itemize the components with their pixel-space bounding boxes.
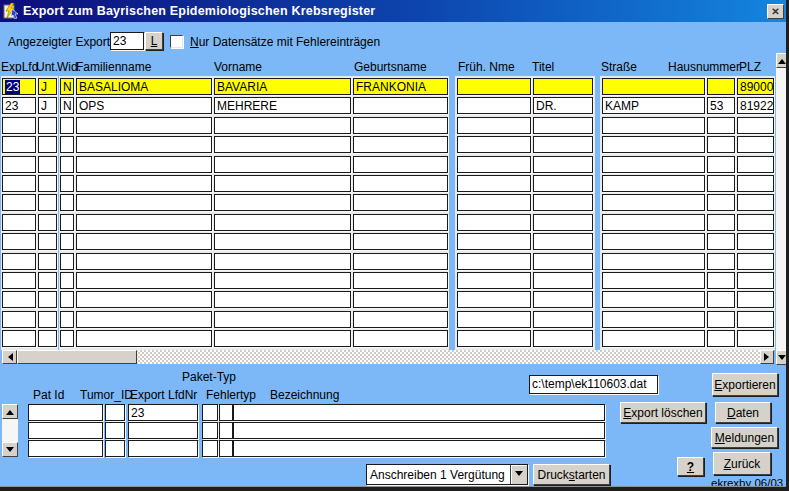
grid-cell[interactable] bbox=[2, 194, 36, 211]
grid-cell[interactable] bbox=[214, 117, 351, 134]
grid-cell[interactable] bbox=[737, 117, 774, 134]
grid-cell[interactable] bbox=[2, 233, 36, 250]
dropdown-button[interactable] bbox=[510, 465, 527, 484]
only-errors-checkbox[interactable] bbox=[170, 35, 183, 48]
grid-hscroll-thumb[interactable] bbox=[17, 350, 137, 364]
close-button[interactable]: ✕ bbox=[767, 4, 784, 19]
grid-cell[interactable]: BAVARIA bbox=[214, 78, 351, 95]
detail-scroll-down-button[interactable] bbox=[2, 442, 18, 457]
grid-scroll-left-button[interactable] bbox=[2, 350, 17, 364]
grid-cell[interactable] bbox=[60, 156, 74, 173]
grid-cell[interactable] bbox=[737, 291, 774, 308]
grid-cell[interactable] bbox=[60, 272, 74, 289]
grid-cell[interactable] bbox=[2, 330, 36, 347]
grid-cell[interactable] bbox=[353, 175, 448, 192]
grid-cell[interactable]: DR. bbox=[533, 97, 593, 114]
grid-cell[interactable] bbox=[602, 272, 705, 289]
grid-cell[interactable] bbox=[602, 330, 705, 347]
grid-cell[interactable] bbox=[214, 253, 351, 270]
grid-cell[interactable] bbox=[353, 194, 448, 211]
grid-cell[interactable] bbox=[353, 330, 448, 347]
help-button[interactable]: ? bbox=[677, 457, 704, 476]
detail-cell[interactable] bbox=[219, 440, 233, 457]
grid-cell[interactable] bbox=[76, 291, 212, 308]
grid-cell[interactable] bbox=[214, 233, 351, 250]
grid-cell[interactable] bbox=[38, 311, 57, 328]
grid-cell[interactable] bbox=[737, 272, 774, 289]
daten-button[interactable]: Daten bbox=[715, 402, 771, 423]
grid-cell[interactable] bbox=[533, 136, 593, 153]
grid-cell[interactable] bbox=[353, 253, 448, 270]
grid-cell[interactable] bbox=[76, 136, 212, 153]
grid-cell[interactable] bbox=[38, 156, 57, 173]
grid-cell[interactable] bbox=[214, 136, 351, 153]
grid-cell[interactable] bbox=[457, 214, 531, 231]
grid-cell[interactable] bbox=[602, 175, 705, 192]
grid-scroll-right-button[interactable] bbox=[760, 350, 774, 364]
grid-cell[interactable] bbox=[353, 233, 448, 250]
grid-cell[interactable] bbox=[214, 330, 351, 347]
grid-cell[interactable] bbox=[707, 136, 735, 153]
grid-cell[interactable] bbox=[602, 311, 705, 328]
detail-cell[interactable] bbox=[233, 404, 605, 421]
grid-cell[interactable] bbox=[353, 136, 448, 153]
grid-cell[interactable] bbox=[353, 214, 448, 231]
grid-cell[interactable] bbox=[2, 291, 36, 308]
grid-cell[interactable] bbox=[353, 156, 448, 173]
anschreiben-select[interactable]: Anschreiben 1 Vergütung bbox=[366, 464, 528, 485]
grid-cell[interactable] bbox=[2, 311, 36, 328]
grid-cell[interactable] bbox=[707, 156, 735, 173]
detail-cell[interactable] bbox=[105, 404, 125, 421]
detail-scroll-up-button[interactable] bbox=[2, 404, 18, 419]
grid-cell[interactable] bbox=[707, 272, 735, 289]
grid-cell[interactable] bbox=[457, 117, 531, 134]
grid-cell[interactable] bbox=[214, 272, 351, 289]
grid-cell[interactable] bbox=[737, 253, 774, 270]
grid-cell[interactable] bbox=[38, 214, 57, 231]
grid-cell[interactable] bbox=[214, 291, 351, 308]
grid-cell[interactable] bbox=[214, 194, 351, 211]
grid-cell[interactable] bbox=[60, 253, 74, 270]
detail-cell[interactable] bbox=[105, 440, 125, 457]
grid-cell[interactable] bbox=[353, 97, 448, 114]
grid-cell[interactable] bbox=[2, 156, 36, 173]
grid-cell[interactable] bbox=[707, 253, 735, 270]
grid-cell[interactable]: BASALIOMA bbox=[76, 78, 212, 95]
detail-cell[interactable] bbox=[202, 440, 218, 457]
detail-cell[interactable] bbox=[28, 440, 103, 457]
grid-cell[interactable] bbox=[457, 330, 531, 347]
grid-cell[interactable] bbox=[707, 311, 735, 328]
grid-cell[interactable] bbox=[2, 136, 36, 153]
grid-cell[interactable] bbox=[707, 330, 735, 347]
lov-button[interactable]: L bbox=[145, 32, 163, 50]
grid-cell[interactable]: OPS bbox=[76, 97, 212, 114]
detail-cell[interactable] bbox=[28, 422, 103, 439]
grid-cell[interactable] bbox=[38, 291, 57, 308]
grid-cell[interactable] bbox=[602, 117, 705, 134]
grid-cell[interactable] bbox=[214, 175, 351, 192]
grid-cell[interactable] bbox=[533, 233, 593, 250]
grid-cell[interactable]: N bbox=[60, 78, 74, 95]
grid-cell[interactable] bbox=[38, 272, 57, 289]
grid-cell[interactable] bbox=[38, 117, 57, 134]
grid-cell[interactable]: 23 bbox=[2, 97, 36, 114]
grid-cell[interactable]: J bbox=[38, 97, 57, 114]
grid-cell[interactable] bbox=[76, 117, 212, 134]
grid-cell[interactable] bbox=[60, 330, 74, 347]
grid-cell[interactable] bbox=[737, 330, 774, 347]
grid-cell[interactable] bbox=[60, 117, 74, 134]
druck-starten-button[interactable]: Druck starten bbox=[533, 464, 610, 485]
grid-cell[interactable] bbox=[76, 175, 212, 192]
grid-cell[interactable] bbox=[602, 253, 705, 270]
grid-cell[interactable] bbox=[38, 194, 57, 211]
detail-cell[interactable] bbox=[128, 440, 198, 457]
grid-cell[interactable] bbox=[353, 117, 448, 134]
grid-cell[interactable] bbox=[76, 330, 212, 347]
grid-cell[interactable] bbox=[457, 291, 531, 308]
grid-cell[interactable] bbox=[533, 253, 593, 270]
grid-cell[interactable] bbox=[2, 117, 36, 134]
grid-cell[interactable] bbox=[60, 214, 74, 231]
grid-cell[interactable] bbox=[2, 253, 36, 270]
grid-cell[interactable]: N bbox=[60, 97, 74, 114]
grid-cell[interactable] bbox=[60, 291, 74, 308]
